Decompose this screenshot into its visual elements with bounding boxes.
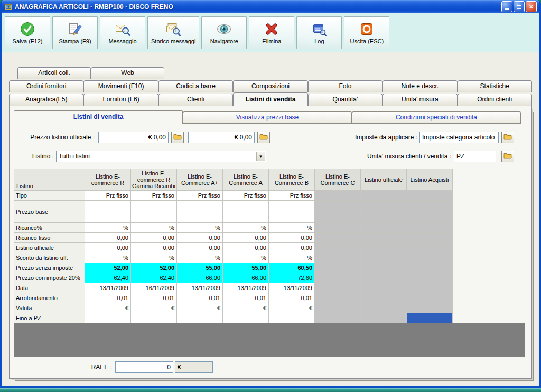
grid-cell[interactable]: 0,00 [223,233,269,243]
grid-cell-inactive[interactable] [361,191,407,201]
grid-cell-inactive[interactable] [315,223,361,233]
grid-cell-inactive[interactable] [361,223,407,233]
unit-lookup[interactable] [501,151,514,162]
grid-cell-inactive[interactable] [361,273,407,283]
grid-cell[interactable]: 0,01 [269,293,315,303]
grid-cell[interactable]: 62,40 [131,273,177,283]
tab-fornitori-f6[interactable]: Fornitori (F6) [83,94,158,106]
minimize-button[interactable] [501,1,512,12]
grid-cell-inactive[interactable] [315,313,361,323]
grid-cell-inactive[interactable] [315,201,361,223]
grid-cell[interactable] [269,201,315,223]
grid-cell-inactive[interactable] [407,303,453,313]
message-history-button[interactable]: Storico messaggi [147,16,199,49]
grid-cell-inactive[interactable] [407,201,453,223]
grid-cell-inactive[interactable] [361,263,407,273]
grid-cell[interactable]: € [269,303,315,313]
grid-cell[interactable]: % [223,223,269,233]
grid-cell[interactable] [223,201,269,223]
grid-cell[interactable]: % [177,253,223,263]
grid-cell-inactive[interactable] [315,253,361,263]
grid-cell-inactive[interactable] [315,263,361,273]
unit-field[interactable] [454,151,496,162]
grid-cell[interactable]: 0,00 [269,243,315,253]
grid-cell[interactable]: Prz fisso [223,191,269,201]
log-button[interactable]: Log [296,16,342,49]
pricelist-combo[interactable]: Tutti i listini ▼ [56,151,266,162]
grid-cell-inactive[interactable] [407,253,453,263]
tab-listini-di-vendita[interactable]: Listini di vendita [233,92,307,106]
grid-cell[interactable]: Prz fisso [131,191,177,201]
grid-cell[interactable]: % [269,253,315,263]
grid-cell[interactable]: 0,01 [131,293,177,303]
grid-cell-inactive[interactable] [407,223,453,233]
grid-cell[interactable]: € [177,303,223,313]
grid-cell[interactable] [269,313,315,323]
grid-cell[interactable] [85,313,131,323]
grid-cell[interactable] [177,201,223,223]
grid-cell-inactive[interactable] [361,243,407,253]
grid-cell[interactable]: 0,00 [85,233,131,243]
tab-foto[interactable]: Foto [308,80,383,92]
inner-tab-visualizza-prezzi-base[interactable]: Visualizza prezzi base [183,111,352,123]
grid-cell-inactive[interactable] [407,243,453,253]
taxes-lookup[interactable] [501,132,514,143]
close-button[interactable]: × [526,1,537,12]
grid-cell-inactive[interactable] [361,283,407,293]
grid-cell-inactive[interactable] [315,303,361,313]
grid-cell-inactive[interactable] [361,233,407,243]
grid-cell[interactable]: 0,00 [177,233,223,243]
grid-cell[interactable]: 0,01 [85,293,131,303]
delete-button[interactable]: Elimina [249,16,294,49]
tab-articoli-coll[interactable]: Articoli coll. [17,67,91,79]
tab-quantita[interactable]: Quantita' [308,94,383,106]
official-price-field-1[interactable] [98,132,169,143]
grid-cell[interactable] [177,313,223,323]
grid-cell[interactable] [223,313,269,323]
grid-cell[interactable]: 13/11/2009 [177,283,223,293]
grid-cell-inactive[interactable] [315,283,361,293]
grid-cell[interactable] [131,201,177,223]
grid-cell[interactable]: Prz fisso [269,191,315,201]
grid-cell[interactable]: € [131,303,177,313]
grid-cell[interactable]: 0,00 [269,233,315,243]
grid-cell-inactive[interactable] [407,273,453,283]
official-price-field-2[interactable] [188,132,255,143]
grid-cell[interactable]: 52,00 [131,263,177,273]
grid-cell[interactable]: € [85,303,131,313]
navigator-button[interactable]: Navigatore [201,16,247,49]
grid-cell[interactable]: 0,01 [177,293,223,303]
grid-cell[interactable]: 0,01 [223,293,269,303]
official-price-lookup-1[interactable] [171,132,184,143]
grid-cell[interactable]: 13/11/2009 [85,283,131,293]
grid-cell[interactable]: % [223,253,269,263]
grid-cell[interactable]: 0,00 [131,233,177,243]
taxes-field[interactable] [419,132,499,143]
tab-clienti[interactable]: Clienti [158,94,233,106]
grid-cell[interactable]: % [177,223,223,233]
tab-movimenti-f10[interactable]: Movimenti (F10) [83,80,158,92]
tab-statistiche[interactable]: Statistiche [458,80,532,92]
grid-cell[interactable] [131,313,177,323]
grid-cell[interactable]: 0,00 [85,243,131,253]
print-button[interactable]: Stampa (F9) [52,16,98,49]
selected-cell[interactable] [407,313,453,323]
grid-cell-inactive[interactable] [315,273,361,283]
grid-cell-inactive[interactable] [361,201,407,223]
grid-cell-inactive[interactable] [315,243,361,253]
titlebar[interactable]: ANAGRAFICA ARTICOLI - RMBP100 - DISCO FR… [2,0,539,13]
inner-tab-condizioni-speciali-di-vendita[interactable]: Condizioni speciali di vendita [352,111,521,123]
tab-composizioni[interactable]: Composizioni [233,80,307,92]
grid-cell-inactive[interactable] [315,233,361,243]
grid-cell[interactable]: % [131,223,177,233]
grid-cell[interactable]: 0,00 [223,243,269,253]
grid-cell-inactive[interactable] [361,303,407,313]
grid-cell[interactable]: 60,50 [269,263,315,273]
grid-cell[interactable] [85,201,131,223]
grid-cell-inactive[interactable] [407,233,453,243]
grid-cell[interactable]: 72,60 [269,273,315,283]
grid-cell-inactive[interactable] [407,263,453,273]
grid-cell[interactable]: % [85,253,131,263]
tab-unita-misura[interactable]: Unita' misura [383,94,457,106]
grid-cell[interactable]: € [223,303,269,313]
